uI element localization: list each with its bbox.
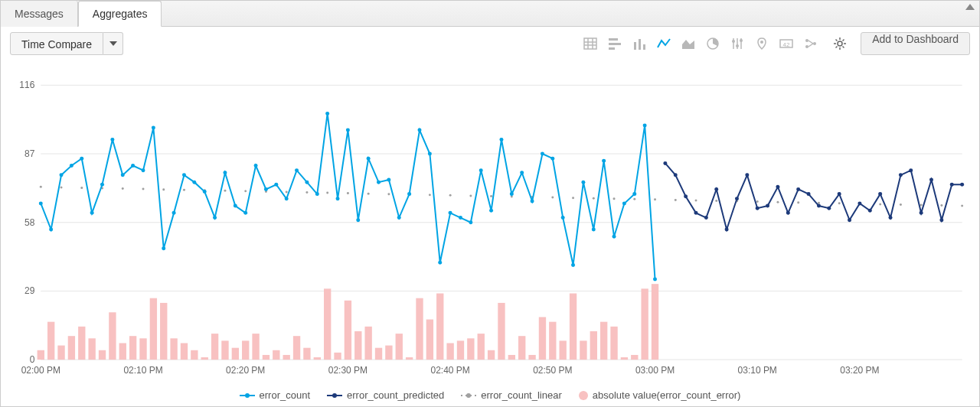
gear-icon[interactable] (831, 35, 848, 52)
svg-point-145 (633, 198, 635, 200)
svg-point-176 (182, 173, 186, 177)
svg-rect-96 (457, 340, 464, 360)
svg-point-183 (254, 164, 258, 168)
svg-point-215 (581, 181, 585, 184)
svg-text:03:00 PM: 03:00 PM (635, 365, 675, 376)
svg-rect-103 (528, 355, 535, 360)
area-icon[interactable] (680, 35, 697, 52)
svg-text:02:10 PM: 02:10 PM (123, 365, 162, 376)
svg-point-163 (49, 228, 53, 232)
pie-icon[interactable] (704, 35, 721, 52)
svg-rect-84 (334, 353, 341, 360)
horizontal-bar-icon[interactable] (606, 35, 623, 52)
svg-point-137 (469, 194, 472, 197)
svg-point-151 (756, 200, 759, 203)
tab-messages[interactable]: Messages (1, 1, 78, 27)
svg-point-146 (654, 198, 656, 200)
svg-point-162 (39, 201, 43, 205)
svg-point-182 (243, 211, 247, 215)
svg-rect-66 (150, 298, 157, 360)
svg-point-177 (192, 181, 196, 184)
column-icon[interactable] (631, 35, 648, 52)
svg-point-166 (80, 157, 83, 161)
svg-rect-107 (570, 294, 577, 360)
svg-rect-87 (364, 327, 371, 360)
legend-item-error-count-predicted[interactable]: error_count_predicted (327, 389, 444, 401)
svg-rect-6 (609, 43, 621, 45)
svg-text:29: 29 (24, 285, 35, 296)
map-pin-icon[interactable] (753, 35, 770, 52)
svg-point-221 (643, 123, 647, 127)
svg-point-252 (960, 183, 964, 187)
svg-rect-79 (283, 355, 290, 360)
line-chart-icon[interactable] (655, 35, 672, 52)
svg-text:02:40 PM: 02:40 PM (430, 365, 469, 376)
svg-point-235 (786, 211, 790, 215)
tabbar: Messages Aggregates (1, 1, 979, 27)
svg-rect-60 (88, 338, 95, 360)
svg-point-244 (878, 192, 882, 196)
flow-icon[interactable] (802, 35, 819, 52)
svg-rect-7 (609, 47, 615, 50)
svg-rect-5 (609, 38, 618, 41)
svg-point-168 (100, 183, 104, 187)
time-compare-dropdown[interactable] (103, 32, 123, 55)
legend-item-error-count-linear[interactable]: error_count_linear (461, 389, 562, 401)
svg-rect-86 (354, 331, 361, 360)
svg-point-179 (213, 216, 217, 220)
single-value-icon[interactable]: 42 (778, 35, 795, 52)
svg-point-197 (397, 216, 401, 220)
svg-text:03:20 PM: 03:20 PM (840, 365, 879, 376)
settings-sliders-icon[interactable] (729, 35, 746, 52)
svg-rect-94 (436, 294, 443, 360)
svg-rect-104 (539, 317, 546, 360)
chart-type-icons: 42 Add to Dashboard (582, 32, 970, 55)
svg-point-192 (346, 129, 350, 132)
svg-rect-81 (303, 348, 310, 360)
svg-rect-88 (375, 348, 382, 360)
svg-point-160 (940, 204, 942, 207)
collapse-panel-icon[interactable] (965, 4, 975, 10)
svg-text:02:50 PM: 02:50 PM (533, 365, 572, 376)
svg-rect-55 (38, 350, 44, 360)
svg-point-158 (900, 204, 902, 206)
svg-rect-100 (498, 303, 505, 360)
svg-point-161 (961, 205, 963, 207)
svg-point-174 (162, 246, 165, 250)
svg-rect-61 (99, 350, 106, 360)
svg-point-233 (766, 204, 769, 208)
svg-point-27 (838, 41, 842, 46)
svg-line-33 (843, 47, 844, 48)
svg-point-200 (428, 152, 432, 156)
svg-point-117 (60, 186, 63, 188)
table-icon[interactable] (582, 35, 599, 52)
svg-point-154 (818, 202, 820, 204)
svg-point-245 (889, 216, 893, 220)
svg-point-172 (142, 168, 145, 172)
svg-point-241 (848, 218, 851, 222)
svg-rect-85 (345, 301, 351, 360)
svg-point-173 (152, 126, 155, 130)
svg-text:87: 87 (24, 148, 35, 159)
svg-rect-69 (181, 343, 188, 360)
svg-point-222 (653, 277, 657, 281)
svg-point-157 (879, 203, 881, 205)
svg-rect-90 (396, 334, 403, 360)
svg-rect-113 (631, 355, 638, 360)
svg-point-122 (162, 188, 165, 190)
svg-point-165 (70, 164, 74, 168)
add-to-dashboard-button[interactable]: Add to Dashboard (861, 32, 970, 55)
svg-point-17 (736, 44, 739, 47)
tab-aggregates[interactable]: Aggregates (78, 1, 162, 27)
svg-point-188 (305, 181, 309, 184)
time-compare-group: Time Compare (10, 32, 123, 55)
legend-item-absolute-value[interactable]: absolute value(error_count_error) (579, 389, 741, 401)
svg-point-216 (592, 228, 596, 232)
svg-point-209 (520, 171, 524, 174)
svg-rect-93 (426, 320, 433, 360)
svg-text:116: 116 (19, 80, 34, 90)
legend-item-error-count[interactable]: error_count (240, 389, 310, 401)
svg-rect-9 (639, 39, 641, 50)
svg-rect-112 (621, 357, 628, 360)
time-compare-button[interactable]: Time Compare (10, 32, 103, 55)
